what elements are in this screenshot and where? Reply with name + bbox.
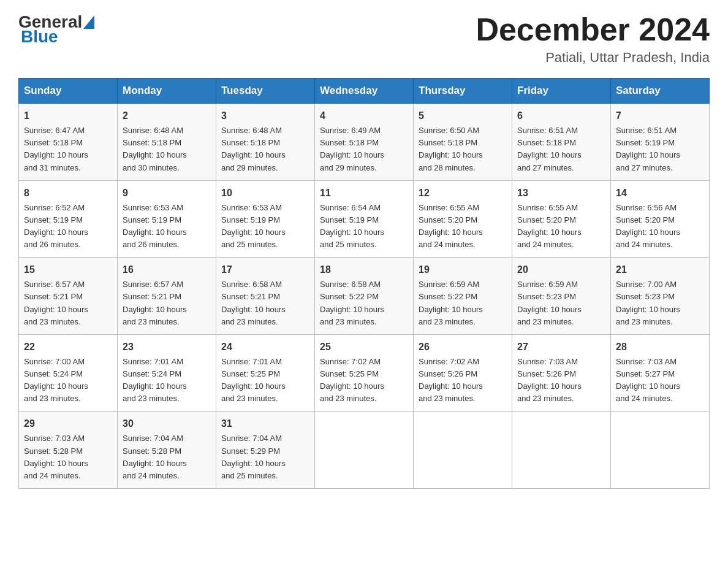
calendar-title: December 2024	[476, 12, 710, 47]
day-info: Sunrise: 6:48 AMSunset: 5:18 PMDaylight:…	[123, 124, 211, 174]
calendar-day-cell: 26Sunrise: 7:02 AMSunset: 5:26 PMDayligh…	[414, 334, 512, 412]
day-number: 30	[123, 416, 211, 431]
day-info: Sunrise: 6:53 AMSunset: 5:19 PMDaylight:…	[221, 202, 309, 251]
day-number: 24	[221, 340, 309, 354]
calendar-day-cell: 10Sunrise: 6:53 AMSunset: 5:19 PMDayligh…	[216, 180, 315, 258]
calendar-day-cell: 3Sunrise: 6:48 AMSunset: 5:18 PMDaylight…	[216, 104, 315, 181]
calendar-day-cell: 8Sunrise: 6:52 AMSunset: 5:19 PMDaylight…	[19, 180, 118, 258]
calendar-day-cell: 1Sunrise: 6:47 AMSunset: 5:18 PMDaylight…	[19, 104, 118, 181]
calendar-day-cell	[315, 412, 414, 489]
day-info: Sunrise: 7:03 AMSunset: 5:26 PMDaylight:…	[517, 356, 605, 405]
calendar-header: SundayMondayTuesdayWednesdayThursdayFrid…	[19, 79, 710, 104]
day-info: Sunrise: 6:57 AMSunset: 5:21 PMDaylight:…	[123, 278, 211, 328]
day-number: 12	[419, 186, 507, 201]
day-number: 6	[517, 109, 605, 123]
day-info: Sunrise: 7:02 AMSunset: 5:25 PMDaylight:…	[320, 356, 408, 405]
day-number: 3	[221, 109, 309, 123]
day-info: Sunrise: 6:55 AMSunset: 5:20 PMDaylight:…	[517, 202, 605, 251]
calendar-day-cell: 22Sunrise: 7:00 AMSunset: 5:24 PMDayligh…	[19, 334, 118, 412]
day-info: Sunrise: 6:50 AMSunset: 5:18 PMDaylight:…	[419, 124, 507, 174]
day-number: 16	[123, 262, 211, 277]
calendar-day-cell: 13Sunrise: 6:55 AMSunset: 5:20 PMDayligh…	[512, 180, 611, 258]
day-number: 1	[24, 109, 112, 123]
calendar-day-cell: 19Sunrise: 6:59 AMSunset: 5:22 PMDayligh…	[414, 258, 512, 335]
weekday-header-row: SundayMondayTuesdayWednesdayThursdayFrid…	[19, 79, 710, 104]
calendar-week-row: 1Sunrise: 6:47 AMSunset: 5:18 PMDaylight…	[19, 104, 710, 181]
day-number: 15	[24, 262, 112, 277]
day-number: 10	[221, 186, 309, 201]
calendar-day-cell: 11Sunrise: 6:54 AMSunset: 5:19 PMDayligh…	[315, 180, 414, 258]
title-section: December 2024 Patiali, Uttar Pradesh, In…	[476, 12, 710, 66]
day-number: 18	[320, 262, 408, 277]
day-number: 27	[517, 340, 605, 354]
day-info: Sunrise: 6:59 AMSunset: 5:23 PMDaylight:…	[517, 278, 605, 328]
logo: General Blue	[18, 12, 96, 47]
day-info: Sunrise: 6:55 AMSunset: 5:20 PMDaylight:…	[419, 202, 507, 251]
day-info: Sunrise: 6:49 AMSunset: 5:18 PMDaylight:…	[320, 124, 408, 174]
calendar-day-cell: 9Sunrise: 6:53 AMSunset: 5:19 PMDaylight…	[118, 180, 216, 258]
page-header: General Blue December 2024 Patiali, Utta…	[18, 12, 710, 66]
day-number: 13	[517, 186, 605, 201]
calendar-day-cell: 7Sunrise: 6:51 AMSunset: 5:19 PMDaylight…	[611, 104, 710, 181]
calendar-day-cell: 17Sunrise: 6:58 AMSunset: 5:21 PMDayligh…	[216, 258, 315, 335]
day-number: 5	[419, 109, 507, 123]
day-info: Sunrise: 6:53 AMSunset: 5:19 PMDaylight:…	[123, 202, 211, 251]
weekday-header-wednesday: Wednesday	[315, 79, 414, 104]
calendar-day-cell: 21Sunrise: 7:00 AMSunset: 5:23 PMDayligh…	[611, 258, 710, 335]
day-number: 11	[320, 186, 408, 201]
calendar-day-cell: 12Sunrise: 6:55 AMSunset: 5:20 PMDayligh…	[414, 180, 512, 258]
calendar-day-cell: 14Sunrise: 6:56 AMSunset: 5:20 PMDayligh…	[611, 180, 710, 258]
day-info: Sunrise: 6:48 AMSunset: 5:18 PMDaylight:…	[221, 124, 309, 174]
calendar-day-cell: 25Sunrise: 7:02 AMSunset: 5:25 PMDayligh…	[315, 334, 414, 412]
day-number: 2	[123, 109, 211, 123]
day-info: Sunrise: 6:51 AMSunset: 5:19 PMDaylight:…	[616, 124, 704, 174]
day-info: Sunrise: 7:04 AMSunset: 5:29 PMDaylight:…	[221, 432, 309, 482]
calendar-day-cell: 29Sunrise: 7:03 AMSunset: 5:28 PMDayligh…	[19, 412, 118, 489]
day-number: 29	[24, 416, 112, 431]
calendar-day-cell: 23Sunrise: 7:01 AMSunset: 5:24 PMDayligh…	[118, 334, 216, 412]
weekday-header-monday: Monday	[118, 79, 216, 104]
day-number: 4	[320, 109, 408, 123]
calendar-day-cell: 31Sunrise: 7:04 AMSunset: 5:29 PMDayligh…	[216, 412, 315, 489]
day-number: 7	[616, 109, 704, 123]
day-info: Sunrise: 6:52 AMSunset: 5:19 PMDaylight:…	[24, 202, 112, 251]
day-info: Sunrise: 7:00 AMSunset: 5:24 PMDaylight:…	[24, 356, 112, 405]
day-number: 31	[221, 416, 309, 431]
calendar-day-cell: 24Sunrise: 7:01 AMSunset: 5:25 PMDayligh…	[216, 334, 315, 412]
day-info: Sunrise: 7:01 AMSunset: 5:25 PMDaylight:…	[221, 356, 309, 405]
day-number: 28	[616, 340, 704, 354]
calendar-day-cell: 4Sunrise: 6:49 AMSunset: 5:18 PMDaylight…	[315, 104, 414, 181]
calendar-week-row: 15Sunrise: 6:57 AMSunset: 5:21 PMDayligh…	[19, 258, 710, 335]
day-info: Sunrise: 7:01 AMSunset: 5:24 PMDaylight:…	[123, 356, 211, 405]
day-number: 17	[221, 262, 309, 277]
weekday-header-sunday: Sunday	[19, 79, 118, 104]
day-info: Sunrise: 6:47 AMSunset: 5:18 PMDaylight:…	[24, 124, 112, 174]
day-info: Sunrise: 6:57 AMSunset: 5:21 PMDaylight:…	[24, 278, 112, 328]
day-info: Sunrise: 6:56 AMSunset: 5:20 PMDaylight:…	[616, 202, 704, 251]
calendar-week-row: 22Sunrise: 7:00 AMSunset: 5:24 PMDayligh…	[19, 334, 710, 412]
calendar-day-cell: 18Sunrise: 6:58 AMSunset: 5:22 PMDayligh…	[315, 258, 414, 335]
day-info: Sunrise: 7:04 AMSunset: 5:28 PMDaylight:…	[123, 432, 211, 482]
calendar-day-cell: 20Sunrise: 6:59 AMSunset: 5:23 PMDayligh…	[512, 258, 611, 335]
calendar-body: 1Sunrise: 6:47 AMSunset: 5:18 PMDaylight…	[19, 104, 710, 489]
weekday-header-friday: Friday	[512, 79, 611, 104]
logo-triangle-icon	[83, 15, 94, 29]
day-number: 14	[616, 186, 704, 201]
calendar-day-cell: 15Sunrise: 6:57 AMSunset: 5:21 PMDayligh…	[19, 258, 118, 335]
calendar-subtitle: Patiali, Uttar Pradesh, India	[476, 50, 710, 66]
calendar-day-cell: 5Sunrise: 6:50 AMSunset: 5:18 PMDaylight…	[414, 104, 512, 181]
calendar-day-cell: 6Sunrise: 6:51 AMSunset: 5:18 PMDaylight…	[512, 104, 611, 181]
day-number: 22	[24, 340, 112, 354]
day-info: Sunrise: 6:51 AMSunset: 5:18 PMDaylight:…	[517, 124, 605, 174]
day-info: Sunrise: 6:58 AMSunset: 5:21 PMDaylight:…	[221, 278, 309, 328]
day-number: 21	[616, 262, 704, 277]
day-number: 20	[517, 262, 605, 277]
day-number: 9	[123, 186, 211, 201]
calendar-day-cell: 2Sunrise: 6:48 AMSunset: 5:18 PMDaylight…	[118, 104, 216, 181]
calendar-day-cell	[512, 412, 611, 489]
logo-blue-text: Blue	[21, 27, 58, 47]
calendar-week-row: 8Sunrise: 6:52 AMSunset: 5:19 PMDaylight…	[19, 180, 710, 258]
day-info: Sunrise: 7:00 AMSunset: 5:23 PMDaylight:…	[616, 278, 704, 328]
day-info: Sunrise: 6:58 AMSunset: 5:22 PMDaylight:…	[320, 278, 408, 328]
day-number: 23	[123, 340, 211, 354]
